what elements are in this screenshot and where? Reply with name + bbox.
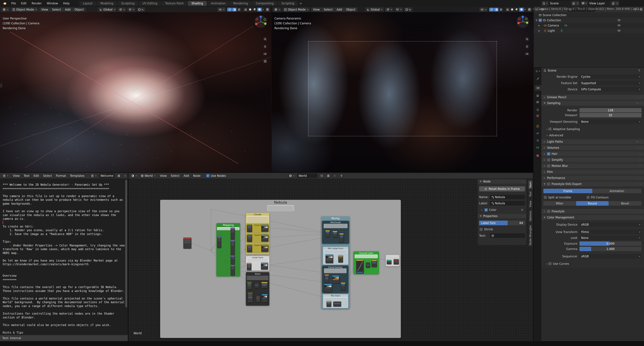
text-menu-item[interactable]: Select <box>41 174 54 177</box>
viewport-menu-item[interactable]: Add <box>334 8 344 11</box>
sidebar-tab[interactable]: Item <box>528 180 533 189</box>
shading-wireframe-icon[interactable] <box>505 8 510 12</box>
new-view-layer-icon[interactable] <box>611 1 615 6</box>
topbar-menu-item[interactable]: Window <box>44 0 60 7</box>
node-canvas[interactable]: Nebula Map <box>128 178 533 341</box>
tab-tool[interactable] <box>535 76 540 82</box>
viewport-menu-item[interactable]: Select <box>322 8 334 11</box>
hide-eye-icon[interactable] <box>618 19 620 22</box>
topbar-menu-item[interactable]: Render <box>29 0 44 7</box>
feature-set-dropdown[interactable]: Supported▾ <box>580 81 642 85</box>
shading-solid-icon[interactable] <box>248 8 252 12</box>
snap-dropdown[interactable]: ▾ <box>127 8 136 12</box>
zoom-icon[interactable] <box>524 37 530 42</box>
workspace-tab[interactable]: Compositing <box>252 1 278 6</box>
pin-icon[interactable] <box>338 174 344 178</box>
node-math[interactable] <box>254 283 259 288</box>
node-world-output[interactable] <box>394 259 399 264</box>
bevel-button[interactable]: Bevel <box>609 201 642 206</box>
panel-volumes[interactable]: ▸Volumes:::: <box>541 145 644 150</box>
topbar-menu-item[interactable]: File <box>9 0 18 7</box>
scene-name[interactable]: Scene <box>548 1 571 6</box>
expand-icon[interactable]: ▶ <box>535 24 540 27</box>
world-datablock-name[interactable]: World <box>297 173 318 178</box>
tab-view-layer[interactable] <box>535 100 540 105</box>
look-dropdown[interactable]: None▾ <box>580 235 642 240</box>
workspace-tab[interactable]: Sculpting <box>118 1 138 6</box>
sidebar-tab[interactable]: Tool <box>528 190 533 198</box>
workspace-tab[interactable]: Texture Paint <box>162 1 187 6</box>
node-math[interactable] <box>256 296 260 302</box>
text-menu-item[interactable]: Edit <box>32 174 41 177</box>
display-device-dropdown[interactable]: sRGB▾ <box>580 222 642 227</box>
frame-output[interactable]: Output <box>386 255 400 266</box>
use-nodes-checkbox[interactable]: ✓Use Nodes <box>206 174 226 177</box>
label-size-slider[interactable]: Label Size64 <box>479 221 525 225</box>
subpanel-advanced[interactable]: ▸Advanced <box>541 133 642 138</box>
frame-mix-large-suns[interactable]: Mix Large Suns <box>323 247 348 265</box>
text-datablock-name[interactable]: Welcome <box>99 173 115 178</box>
node-mix-rgb[interactable] <box>341 282 346 290</box>
viewport-menu-item[interactable]: Object <box>72 8 86 11</box>
pin-icon[interactable] <box>638 69 641 72</box>
color-presets-icon[interactable] <box>521 208 524 211</box>
node-colorramp[interactable] <box>261 245 268 252</box>
outliner-row-light[interactable]: ▶ Light <box>534 28 644 33</box>
node-mix-rgb[interactable] <box>338 255 343 262</box>
workspace-tab[interactable]: UV Editing <box>139 1 161 6</box>
node-mix-rgb[interactable] <box>326 301 331 307</box>
shader-menu-item[interactable]: Select <box>169 174 182 177</box>
panel-freestyle-svg[interactable]: ▼Freestyle SVG Export:::: <box>541 181 644 187</box>
node-mix-rgb[interactable] <box>339 233 344 242</box>
panel-film[interactable]: ▸Film:::: <box>541 169 644 174</box>
panel-grease-pencil[interactable]: ▸Grease Pencil:::: <box>541 95 644 100</box>
view-transform-dropdown[interactable]: Filmic▾ <box>580 230 642 234</box>
collection-checkbox[interactable]: ✓ <box>539 19 542 22</box>
camera-view-icon[interactable] <box>263 51 268 56</box>
gamma-slider[interactable]: 1.000 <box>580 247 642 251</box>
color-expand-icon[interactable]: ▸ <box>481 209 483 211</box>
move-view-icon[interactable] <box>263 44 268 49</box>
frame-clouds[interactable]: Clouds Cloud 1 Cloud 2 Cloud 3 <box>246 213 269 254</box>
panel-simplify[interactable]: ▸Simplify:::: <box>541 157 644 162</box>
shading-rendered-icon[interactable] <box>257 8 262 12</box>
unlink-world-icon[interactable]: × <box>332 174 337 178</box>
panel-sampling[interactable]: ▼Sampling☰ :::: <box>541 100 644 106</box>
panel-light-paths[interactable]: ▸Light Paths☰ :::: <box>541 139 644 144</box>
text-menu-item[interactable]: Templates <box>68 174 86 177</box>
shading-rendered-icon[interactable] <box>519 8 524 12</box>
xray-toggle[interactable] <box>498 8 503 12</box>
frame-cloud-overlay[interactable]: Cloud Overlay <box>322 266 348 293</box>
node-musgrave-texture[interactable] <box>324 274 329 283</box>
node-noise-texture[interactable] <box>247 281 252 289</box>
tab-object[interactable] <box>535 124 540 129</box>
frame-cloud-3[interactable]: Cloud 3 <box>246 244 269 252</box>
use-curves-checkbox[interactable] <box>548 262 552 265</box>
shader-menu-item[interactable]: Add <box>182 174 191 177</box>
sidebar-tab[interactable]: Options <box>528 209 533 223</box>
gizmos-toggle[interactable]: ↗ <box>489 8 494 12</box>
node-colorramp[interactable] <box>324 284 332 292</box>
text-menu-item[interactable]: Format <box>54 174 68 177</box>
node-mapping[interactable] <box>217 236 221 248</box>
shader-menu-item[interactable]: Node <box>191 174 202 177</box>
tab-output[interactable] <box>535 93 540 98</box>
node-mapping[interactable] <box>230 228 235 239</box>
viewport-denoising-dropdown[interactable]: None▾ <box>580 119 642 124</box>
panel-performance[interactable]: ▸Performance:::: <box>541 175 644 180</box>
node-texture-coordinate[interactable] <box>183 238 191 249</box>
visibility-dropdown[interactable]: ▾ <box>217 8 226 12</box>
proportional-editing-dropdown[interactable]: ∿ <box>137 8 145 12</box>
text-datablock-icon[interactable]: ▾ <box>90 174 98 178</box>
text-menu-item[interactable]: Text <box>22 174 31 177</box>
navigation-gizmo[interactable] <box>254 15 267 28</box>
render-samples-field[interactable]: 128 <box>580 108 642 113</box>
shading-wireframe-icon[interactable] <box>243 8 248 12</box>
xray-toggle[interactable] <box>237 8 241 12</box>
node-colorramp[interactable] <box>261 225 268 232</box>
node-gamma[interactable] <box>333 301 341 306</box>
new-text-icon[interactable] <box>116 174 121 178</box>
toolbar-expand-arrow[interactable]: › <box>0 83 2 88</box>
properties-panel-header[interactable]: ▼Properties:::: <box>478 214 526 218</box>
sidebar-tab[interactable]: Node Wrangler <box>528 223 533 247</box>
